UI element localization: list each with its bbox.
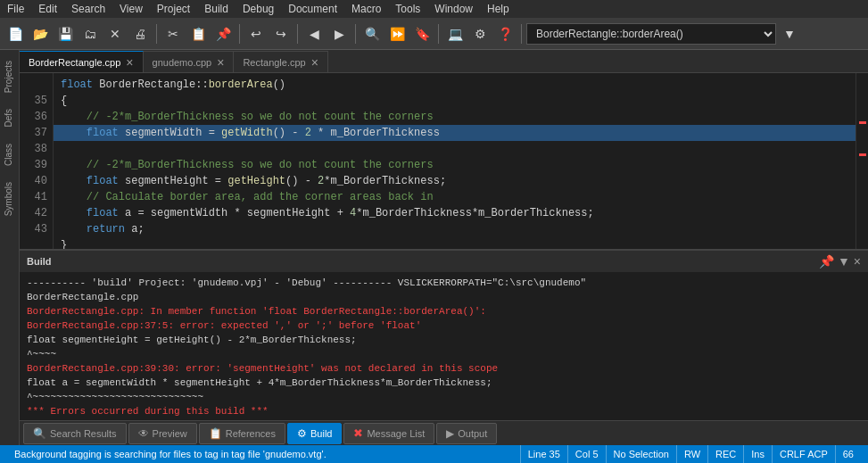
menu-search[interactable]: Search xyxy=(64,2,112,16)
btab-label-2: References xyxy=(226,428,276,439)
status-bar: Background tagging is searching for file… xyxy=(0,445,868,463)
status-rw: RW xyxy=(677,445,708,463)
bottom-tabs: 🔍 Search Results 👁 Preview 📋 References … xyxy=(20,420,868,445)
search-results-icon: 🔍 xyxy=(33,427,46,440)
build-line-0: ---------- 'build' Project: 'gnudemo.vpj… xyxy=(27,276,861,290)
find-next-button[interactable]: ⏩ xyxy=(385,22,409,45)
preview-icon: 👁 xyxy=(138,427,149,440)
build-output[interactable]: ---------- 'build' Project: 'gnudemo.vpj… xyxy=(20,272,868,420)
tab-label-0: BorderRectangle.cpp xyxy=(29,57,120,68)
open-button[interactable]: 📂 xyxy=(29,22,52,45)
menu-build[interactable]: Build xyxy=(197,2,236,16)
build-line-3: BorderRectangle.cpp:37:5: error: expecte… xyxy=(27,318,861,333)
left-sidebar: Projects Defs Class Symbols xyxy=(0,50,20,445)
status-line: Line 35 xyxy=(521,445,568,463)
separator-1 xyxy=(156,24,157,44)
separator-5 xyxy=(438,24,439,44)
settings-button[interactable]: ⚙ xyxy=(468,22,492,45)
code-editor[interactable]: 35 36 37 38 39 40 41 42 43 44 45 46 floa… xyxy=(20,73,868,249)
build-line-5: ^~~~~ xyxy=(27,347,861,361)
build-line-4: float segmentHeight = getHeight() - 2*m_… xyxy=(27,333,861,347)
tab-close-2[interactable]: × xyxy=(311,56,318,69)
build-line-9: *** Errors occurred during this build **… xyxy=(27,404,861,418)
btab-label-4: Message List xyxy=(367,428,425,439)
copy-button[interactable]: 📋 xyxy=(186,22,210,45)
btab-message-list[interactable]: ✖ Message List xyxy=(343,423,434,444)
menu-view[interactable]: View xyxy=(112,2,150,16)
menu-file[interactable]: File xyxy=(0,2,31,16)
save-all-button[interactable]: 🗂 xyxy=(79,22,102,45)
panel-close-button[interactable]: × xyxy=(854,254,861,269)
sidebar-defs[interactable]: Defs xyxy=(1,102,18,135)
save-button[interactable]: 💾 xyxy=(54,22,77,45)
tab-close-1[interactable]: × xyxy=(217,56,224,69)
menu-macro[interactable]: Macro xyxy=(344,2,388,16)
build-line-8: ^~~~~~~~~~~~~~~~~~~~~~~~~~~~~~ xyxy=(27,390,861,404)
btab-preview[interactable]: 👁 Preview xyxy=(128,423,197,444)
status-selection: No Selection xyxy=(607,445,677,463)
tab-rectangle-cpp[interactable]: Rectangle.cpp × xyxy=(234,51,328,72)
btab-references[interactable]: 📋 References xyxy=(199,423,285,444)
status-main-text: Background tagging is searching for file… xyxy=(7,445,521,463)
message-list-icon: ✖ xyxy=(353,426,363,440)
tab-gnudemo-cpp[interactable]: gnudemo.cpp × xyxy=(144,51,235,72)
btab-label-5: Output xyxy=(458,428,487,439)
back-button[interactable]: ◀ xyxy=(302,22,326,45)
cut-button[interactable]: ✂ xyxy=(161,22,185,45)
status-rec: REC xyxy=(708,445,744,463)
menu-window[interactable]: Window xyxy=(427,2,480,16)
status-num: 66 xyxy=(836,445,861,463)
close-button[interactable]: ✕ xyxy=(103,22,127,45)
error-mark-2 xyxy=(859,153,866,156)
tabs-bar: BorderRectangle.cpp × gnudemo.cpp × Rect… xyxy=(20,50,868,73)
panel-pin-button[interactable]: 📌 xyxy=(819,254,834,269)
output-icon: ▶ xyxy=(446,427,454,440)
btab-build[interactable]: ⚙ Build xyxy=(287,423,342,444)
help-button[interactable]: ❓ xyxy=(493,22,517,45)
references-icon: 📋 xyxy=(209,427,222,440)
separator-3 xyxy=(297,24,298,44)
sidebar-projects[interactable]: Projects xyxy=(1,54,18,100)
combo-dropdown[interactable]: ▼ xyxy=(778,22,801,45)
paste-button[interactable]: 📌 xyxy=(211,22,235,45)
print-button[interactable]: 🖨 xyxy=(128,22,152,45)
tab-label-1: gnudemo.cpp xyxy=(153,57,212,68)
menu-document[interactable]: Document xyxy=(281,2,344,16)
build-line-1: BorderRectangle.cpp xyxy=(27,290,861,304)
btab-label-0: Search Results xyxy=(50,428,117,439)
menu-debug[interactable]: Debug xyxy=(236,2,281,16)
menu-edit[interactable]: Edit xyxy=(31,2,64,16)
main-layout: Projects Defs Class Symbols BorderRectan… xyxy=(0,50,868,445)
toolbar: 📄 📂 💾 🗂 ✕ 🖨 ✂ 📋 📌 ↩ ↪ ◀ ▶ 🔍 ⏩ 🔖 💻 ⚙ ❓ Bo… xyxy=(0,18,868,50)
panel-minimize-button[interactable]: ▼ xyxy=(838,254,850,269)
symbol-combo[interactable]: BorderRectangle::borderArea() xyxy=(526,23,776,45)
error-mark-1 xyxy=(859,121,866,124)
code-content[interactable]: float BorderRectangle::borderArea() { //… xyxy=(54,73,856,249)
tab-borderrectangle-cpp[interactable]: BorderRectangle.cpp × xyxy=(20,51,144,72)
tab-label-2: Rectangle.cpp xyxy=(243,57,305,68)
redo-button[interactable]: ↪ xyxy=(269,22,293,45)
build-panel-header: Build 📌 ▼ × xyxy=(20,251,868,272)
editor-area: BorderRectangle.cpp × gnudemo.cpp × Rect… xyxy=(20,50,868,445)
sidebar-symbols[interactable]: Symbols xyxy=(1,175,18,223)
forward-button[interactable]: ▶ xyxy=(327,22,351,45)
btab-label-1: Preview xyxy=(153,428,187,439)
terminal-button[interactable]: 💻 xyxy=(443,22,467,45)
menu-tools[interactable]: Tools xyxy=(388,2,427,16)
menu-project[interactable]: Project xyxy=(150,2,197,16)
status-ins: Ins xyxy=(744,445,773,463)
find-button[interactable]: 🔍 xyxy=(360,22,384,45)
separator-4 xyxy=(355,24,356,44)
new-button[interactable]: 📄 xyxy=(4,22,27,45)
tab-close-0[interactable]: × xyxy=(126,56,133,69)
undo-button[interactable]: ↩ xyxy=(244,22,268,45)
bookmark-button[interactable]: 🔖 xyxy=(410,22,434,45)
build-icon: ⚙ xyxy=(297,427,307,440)
separator-6 xyxy=(521,24,522,44)
menu-help[interactable]: Help xyxy=(480,2,517,16)
status-col: Col 5 xyxy=(568,445,607,463)
btab-search-results[interactable]: 🔍 Search Results xyxy=(23,423,127,444)
btab-output[interactable]: ▶ Output xyxy=(436,423,497,444)
menu-bar: File Edit Search View Project Build Debu… xyxy=(0,0,868,18)
sidebar-class[interactable]: Class xyxy=(1,136,18,173)
